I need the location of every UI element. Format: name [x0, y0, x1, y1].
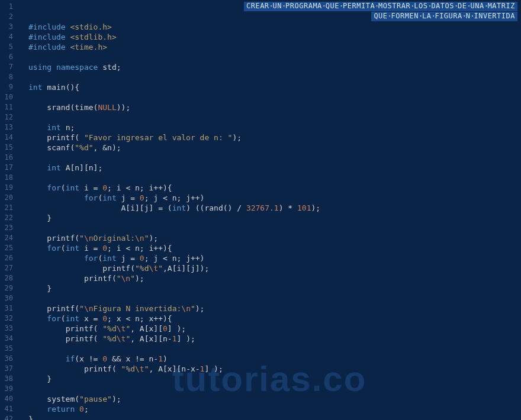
line-number: 40	[2, 394, 13, 404]
line-number: 35	[2, 344, 13, 354]
code-line: srand(time(NULL));	[18, 102, 521, 112]
code-line: printf( "%d\t", A[x][n-x-1] );	[18, 364, 521, 374]
code-line: printf( "Favor ingresar el valor de n: "…	[18, 133, 521, 143]
line-number: 22	[2, 213, 13, 223]
line-number: 2	[2, 12, 13, 22]
line-number: 3	[2, 22, 13, 32]
code-line: }	[18, 374, 521, 384]
line-number: 20	[2, 193, 13, 203]
code-line	[18, 52, 521, 62]
code-line: if(x != 0 && x != n-1)	[18, 354, 521, 364]
line-number: 5	[2, 42, 13, 52]
code-line	[18, 173, 521, 183]
code-line: using namespace std;	[18, 62, 521, 72]
line-number: 26	[2, 253, 13, 263]
code-line: int A[n][n];	[18, 163, 521, 173]
code-line	[18, 112, 521, 122]
line-number: 31	[2, 303, 13, 314]
line-number: 12	[2, 112, 13, 122]
line-number: 25	[2, 243, 13, 253]
line-number: 13	[2, 122, 13, 133]
code-editor: 1234567891011121314151617181920212223242…	[0, 0, 521, 420]
code-line	[18, 153, 521, 163]
code-line: printf( "%d\t", A[x][n-1] );	[18, 334, 521, 344]
line-number: 37	[2, 364, 13, 374]
line-number: 32	[2, 314, 13, 324]
line-number: 33	[2, 324, 13, 334]
code-line	[18, 384, 521, 394]
code-line: scanf("%d", &n);	[18, 143, 521, 153]
code-line: }	[18, 213, 521, 223]
code-line: printf("%d\t",A[i][j]);	[18, 263, 521, 273]
line-number: 19	[2, 183, 13, 193]
code-line: printf("\n");	[18, 273, 521, 283]
code-line: printf( "%d\t", A[x][0] );	[18, 324, 521, 334]
code-line: for(int i = 0; i < n; i++){	[18, 183, 521, 193]
code-area[interactable]: CREAR·UN·PROGRAMA·QUE·PERMITA·MOSTRAR·LO…	[18, 0, 521, 420]
line-number: 9	[2, 82, 13, 92]
code-line: int n;	[18, 122, 521, 133]
line-number: 30	[2, 293, 13, 303]
code-line: #include <stdio.h>	[18, 22, 521, 32]
code-line: system("pause");	[18, 394, 521, 404]
line-number: 14	[2, 133, 13, 143]
code-line: for(int j = 0; j < n; j++)	[18, 193, 521, 203]
line-number: 15	[2, 143, 13, 153]
code-line: }	[18, 283, 521, 293]
line-number: 27	[2, 263, 13, 273]
comment-banner-1: CREAR·UN·PROGRAMA·QUE·PERMITA·MOSTRAR·LO…	[244, 2, 517, 11]
code-line: int main(){	[18, 82, 521, 92]
code-line: }	[18, 414, 521, 420]
line-number: 7	[2, 62, 13, 72]
line-number: 4	[2, 32, 13, 42]
code-line: printf("\nFigura N invertida:\n");	[18, 303, 521, 314]
line-number-gutter: 1234567891011121314151617181920212223242…	[0, 0, 18, 420]
code-line: for(int i = 0; i < n; i++){	[18, 243, 521, 253]
line-number: 17	[2, 163, 13, 173]
code-line: for(int x = 0; x < n; x++){	[18, 314, 521, 324]
line-number: 28	[2, 273, 13, 283]
code-line: #include <stdlib.h>	[18, 32, 521, 42]
code-line	[18, 293, 521, 303]
line-number: 39	[2, 384, 13, 394]
code-line	[18, 92, 521, 102]
code-line: #include <time.h>	[18, 42, 521, 52]
line-number: 36	[2, 354, 13, 364]
code-line: A[i][j] = (int) ((rand() / 32767.1) * 10…	[18, 203, 521, 213]
comment-banner-2: QUE·FORMEN·LA·FIGURA·N·INVERTIDA	[371, 12, 517, 21]
line-number: 1	[2, 2, 13, 12]
line-number: 8	[2, 72, 13, 82]
line-number: 23	[2, 223, 13, 233]
code-line: return 0;	[18, 404, 521, 414]
line-number: 38	[2, 374, 13, 384]
code-line: printf("\nOriginal:\n");	[18, 233, 521, 243]
line-number: 16	[2, 153, 13, 163]
line-number: 10	[2, 92, 13, 102]
line-number: 18	[2, 173, 13, 183]
line-number: 21	[2, 203, 13, 213]
line-number: 29	[2, 283, 13, 293]
line-number: 11	[2, 102, 13, 112]
line-number: 6	[2, 52, 13, 62]
line-number: 42	[2, 414, 13, 420]
code-line	[18, 223, 521, 233]
line-number: 41	[2, 404, 13, 414]
code-line: for(int j = 0; j < n; j++)	[18, 253, 521, 263]
code-line	[18, 72, 521, 82]
code-line	[18, 344, 521, 354]
line-number: 24	[2, 233, 13, 243]
line-number: 34	[2, 334, 13, 344]
